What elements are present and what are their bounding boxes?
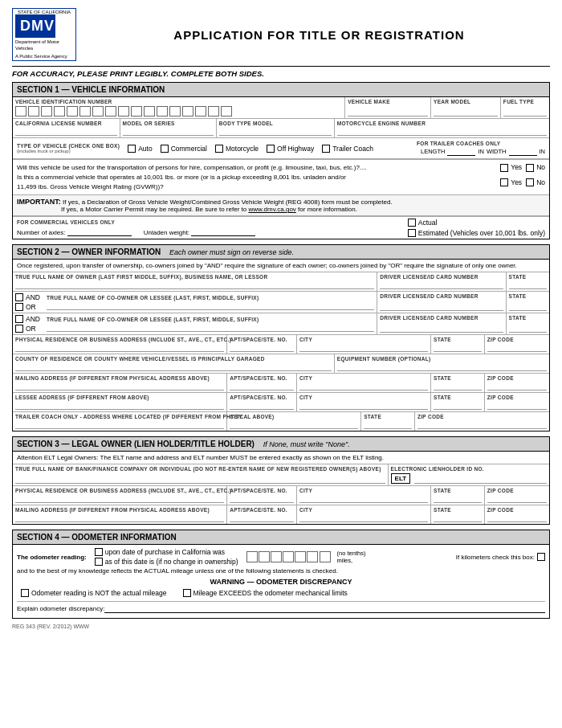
- mailing-input[interactable]: [15, 382, 224, 391]
- coowner2-state-input[interactable]: [509, 325, 547, 333]
- coowner1-state-input[interactable]: [509, 303, 547, 311]
- vin-box-14[interactable]: [182, 106, 193, 117]
- apt-input[interactable]: [230, 344, 294, 352]
- vin-box-10[interactable]: [131, 106, 142, 117]
- commercial-checkbox[interactable]: [161, 145, 169, 153]
- vin-box-6[interactable]: [79, 106, 91, 117]
- and2-checkbox-row[interactable]: AND: [15, 315, 40, 323]
- lessee-state-input[interactable]: [434, 402, 482, 410]
- odo-box-2[interactable]: [259, 551, 270, 562]
- offhighway-checkbox[interactable]: [267, 145, 275, 153]
- or1-checkbox[interactable]: [15, 303, 23, 311]
- owner-state-input[interactable]: [509, 281, 547, 289]
- type-offhighway[interactable]: Off Highway: [267, 145, 314, 153]
- vin-box-15[interactable]: [195, 106, 206, 117]
- and2-checkbox[interactable]: [15, 315, 23, 323]
- estimated-checkbox-row[interactable]: Estimated (Vehicles over 10,001 lbs. onl…: [408, 229, 545, 237]
- odo-box-6[interactable]: [307, 551, 318, 562]
- elt-id-input[interactable]: [414, 476, 547, 484]
- exceeds-checkbox[interactable]: [183, 589, 191, 597]
- upon-date-checkbox[interactable]: [95, 548, 103, 556]
- mailing-zip-input[interactable]: [487, 382, 547, 391]
- bank-apt-input[interactable]: [230, 495, 294, 503]
- physical-addr-input[interactable]: [15, 344, 224, 352]
- and1-checkbox[interactable]: [15, 293, 23, 301]
- vin-box-9[interactable]: [118, 106, 129, 117]
- zip-input[interactable]: [487, 344, 547, 352]
- vin-box-3[interactable]: [41, 106, 52, 117]
- lessee-apt-input[interactable]: [230, 402, 294, 410]
- vin-box-1[interactable]: [15, 106, 26, 117]
- coowner2-dl-input[interactable]: [380, 325, 503, 333]
- axles-input[interactable]: [67, 227, 132, 236]
- odo-box-1[interactable]: [246, 551, 258, 562]
- model-series-input[interactable]: [123, 128, 214, 136]
- auto-checkbox[interactable]: [128, 145, 136, 153]
- odo-box-5[interactable]: [295, 551, 306, 562]
- city-input[interactable]: [299, 344, 428, 352]
- owner-dl-input[interactable]: [380, 281, 503, 289]
- vehicle-make-input[interactable]: [348, 108, 428, 117]
- hire-no-checkbox[interactable]: [526, 164, 534, 172]
- odo-box-3[interactable]: [271, 551, 282, 562]
- actual-checkbox[interactable]: [408, 219, 416, 227]
- vin-box-5[interactable]: [67, 106, 78, 117]
- commercial-no[interactable]: No: [526, 178, 545, 188]
- trailer-city-input[interactable]: [230, 421, 358, 429]
- estimated-checkbox[interactable]: [408, 229, 416, 237]
- fuel-type-input[interactable]: [503, 108, 547, 117]
- vin-box-7[interactable]: [92, 106, 104, 117]
- commercial-yes[interactable]: Yes: [500, 178, 522, 188]
- or2-checkbox[interactable]: [15, 325, 23, 333]
- lessee-zip-input[interactable]: [487, 402, 547, 410]
- commercial-yes-checkbox[interactable]: [500, 178, 508, 186]
- not-actual-row[interactable]: Odometer reading is NOT the actual milea…: [21, 589, 167, 597]
- owner-name-input[interactable]: [15, 281, 374, 289]
- coowner1-input[interactable]: [47, 302, 374, 310]
- coowner2-input[interactable]: [47, 324, 374, 332]
- bank-state-input[interactable]: [434, 495, 482, 503]
- trailercoach-checkbox[interactable]: [322, 145, 330, 153]
- vin-box-13[interactable]: [169, 106, 181, 117]
- county-input[interactable]: [15, 363, 332, 371]
- commercial-no-checkbox[interactable]: [526, 178, 534, 186]
- type-commercial[interactable]: Commercial: [161, 145, 207, 153]
- upon-date-row[interactable]: upon date of purchase in California was: [95, 548, 238, 556]
- width-input[interactable]: [509, 146, 537, 156]
- hire-no[interactable]: No: [526, 162, 545, 173]
- as-of-date-row[interactable]: as of this date is (if no change in owne…: [95, 558, 238, 566]
- trailer-zip-input[interactable]: [417, 421, 547, 429]
- bank-mail-state-input[interactable]: [434, 514, 482, 522]
- as-of-date-checkbox[interactable]: [95, 558, 103, 566]
- explain-input[interactable]: [104, 603, 545, 613]
- bank-mail-apt-input[interactable]: [230, 514, 294, 522]
- lessee-input[interactable]: [15, 402, 224, 410]
- type-auto[interactable]: Auto: [128, 145, 153, 153]
- engine-input[interactable]: [337, 128, 547, 136]
- trailer-state-input[interactable]: [364, 421, 412, 429]
- bank-mail-input[interactable]: [15, 514, 224, 522]
- type-motorcycle[interactable]: Motorcycle: [215, 145, 259, 153]
- and1-checkbox-row[interactable]: AND: [15, 293, 40, 301]
- bank-name-input[interactable]: [15, 476, 385, 484]
- vin-box-12[interactable]: [157, 106, 168, 117]
- bank-addr-input[interactable]: [15, 495, 224, 503]
- motorcycle-checkbox[interactable]: [215, 145, 223, 153]
- odo-tenths-box[interactable]: [320, 551, 331, 562]
- vin-box-16[interactable]: [208, 106, 219, 117]
- bank-mail-city-input[interactable]: [299, 514, 428, 522]
- bank-mail-zip-input[interactable]: [487, 514, 547, 522]
- actual-checkbox-row[interactable]: Actual: [408, 219, 545, 227]
- ca-license-input[interactable]: [15, 128, 117, 136]
- odo-box-4[interactable]: [283, 551, 294, 562]
- vin-box-8[interactable]: [105, 106, 116, 117]
- or1-checkbox-row[interactable]: OR: [15, 303, 40, 311]
- trailer-addr-input[interactable]: [15, 421, 224, 429]
- vin-box-17[interactable]: [221, 106, 232, 117]
- vin-box-2[interactable]: [28, 106, 39, 117]
- bank-zip-input[interactable]: [487, 495, 547, 503]
- or2-checkbox-row[interactable]: OR: [15, 325, 40, 333]
- coowner1-dl-input[interactable]: [380, 303, 503, 311]
- type-trailercoach[interactable]: Trailer Coach: [322, 145, 373, 153]
- mailing-apt-input[interactable]: [230, 382, 294, 391]
